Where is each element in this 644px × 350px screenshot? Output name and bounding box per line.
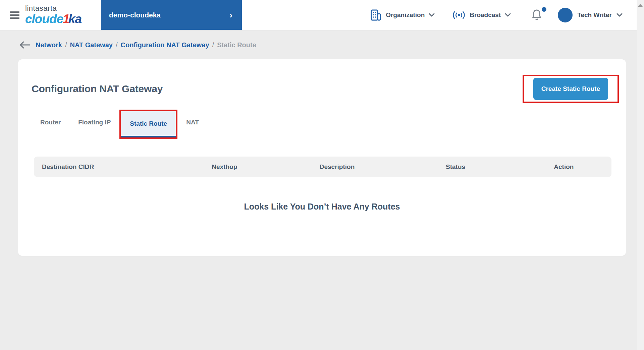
- breadcrumb-separator: /: [212, 41, 214, 49]
- tab-floating-ip[interactable]: Floating IP: [69, 110, 119, 135]
- tabs: Router Floating IP Static Route NAT: [18, 110, 626, 135]
- organization-menu[interactable]: Organization: [370, 9, 435, 21]
- organization-label: Organization: [386, 11, 425, 19]
- routes-table-header: Destination CIDR Nexthop Description Sta…: [34, 157, 611, 177]
- user-menu[interactable]: Tech Writer: [558, 8, 623, 22]
- chevron-right-icon: ›: [229, 11, 232, 19]
- logo-part-cloud: cloude: [25, 12, 63, 26]
- breadcrumb: Network / NAT Gateway / Configuration NA…: [0, 30, 644, 49]
- configuration-card: Configuration NAT Gateway Create Static …: [18, 59, 626, 256]
- column-nexthop: Nexthop: [170, 163, 279, 171]
- breadcrumb-item-configuration-nat-gateway[interactable]: Configuration NAT Gateway: [120, 41, 209, 49]
- broadcast-icon: [452, 11, 466, 19]
- building-icon: [370, 9, 382, 21]
- column-description: Description: [279, 163, 395, 171]
- breadcrumb-links: Network / NAT Gateway / Configuration NA…: [36, 41, 256, 49]
- app-header: lintasarta cloude1ka demo-cloudeka › Org…: [0, 0, 644, 30]
- project-name: demo-cloudeka: [109, 11, 161, 19]
- notifications-button[interactable]: [531, 9, 542, 21]
- scrollbar-up-arrow-icon[interactable]: [638, 4, 643, 7]
- create-static-route-button[interactable]: Create Static Route: [533, 78, 608, 100]
- empty-state-message: Looks Like You Don’t Have Any Routes: [18, 202, 626, 212]
- breadcrumb-item-nat-gateway[interactable]: NAT Gateway: [70, 41, 112, 49]
- brand-cloudeka-text: cloude1ka: [25, 13, 82, 25]
- hamburger-menu-icon[interactable]: [10, 11, 19, 19]
- annotation-box-static-route-tab: Static Route: [119, 110, 177, 139]
- broadcast-label: Broadcast: [470, 11, 501, 19]
- card-header-row: Configuration NAT Gateway Create Static …: [18, 59, 626, 103]
- brand-lintasarta-text: lintasarta: [25, 5, 82, 12]
- chevron-down-icon: [429, 13, 435, 17]
- column-action: Action: [516, 163, 611, 171]
- chevron-down-icon: [505, 13, 511, 17]
- breadcrumb-item-static-route: Static Route: [217, 41, 256, 49]
- breadcrumb-separator: /: [65, 41, 67, 49]
- column-destination-cidr: Destination CIDR: [34, 163, 170, 171]
- brand-logo[interactable]: lintasarta cloude1ka: [25, 5, 82, 25]
- avatar: [558, 8, 573, 22]
- tab-static-route[interactable]: Static Route: [121, 111, 176, 137]
- back-arrow-icon[interactable]: [19, 41, 31, 49]
- logo-part-ka: ka: [68, 12, 82, 26]
- tab-router[interactable]: Router: [32, 110, 69, 135]
- breadcrumb-item-network[interactable]: Network: [36, 41, 62, 49]
- bell-icon: [531, 9, 542, 21]
- page-title: Configuration NAT Gateway: [32, 83, 163, 95]
- tab-nat[interactable]: NAT: [177, 110, 208, 135]
- column-status: Status: [395, 163, 516, 171]
- project-selector-button[interactable]: demo-cloudeka ›: [101, 0, 242, 30]
- chevron-down-icon: [616, 13, 623, 17]
- broadcast-menu[interactable]: Broadcast: [452, 11, 511, 19]
- user-name: Tech Writer: [577, 11, 612, 19]
- annotation-box-create-button: Create Static Route: [523, 75, 619, 103]
- breadcrumb-separator: /: [116, 41, 118, 49]
- notification-badge: [542, 7, 546, 12]
- page-scrollbar[interactable]: [637, 0, 644, 350]
